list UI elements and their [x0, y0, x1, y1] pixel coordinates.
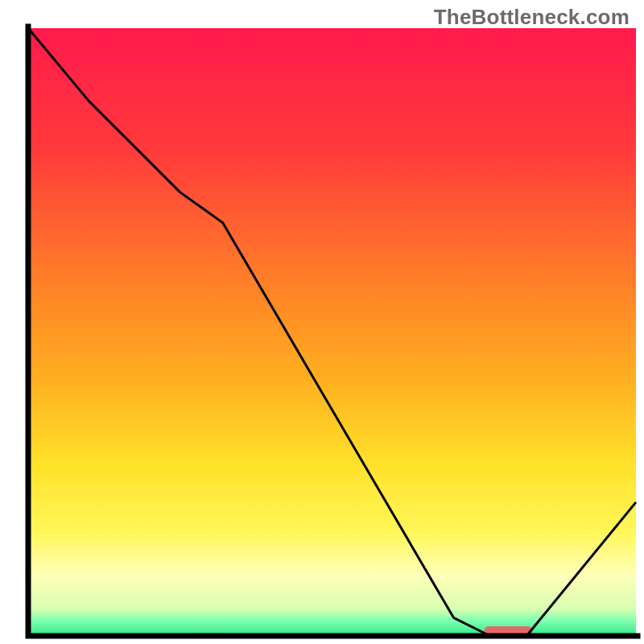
- chart-frame: TheBottleneck.com: [0, 0, 644, 644]
- bottleneck-chart: [0, 0, 644, 644]
- plot-background: [28, 28, 636, 636]
